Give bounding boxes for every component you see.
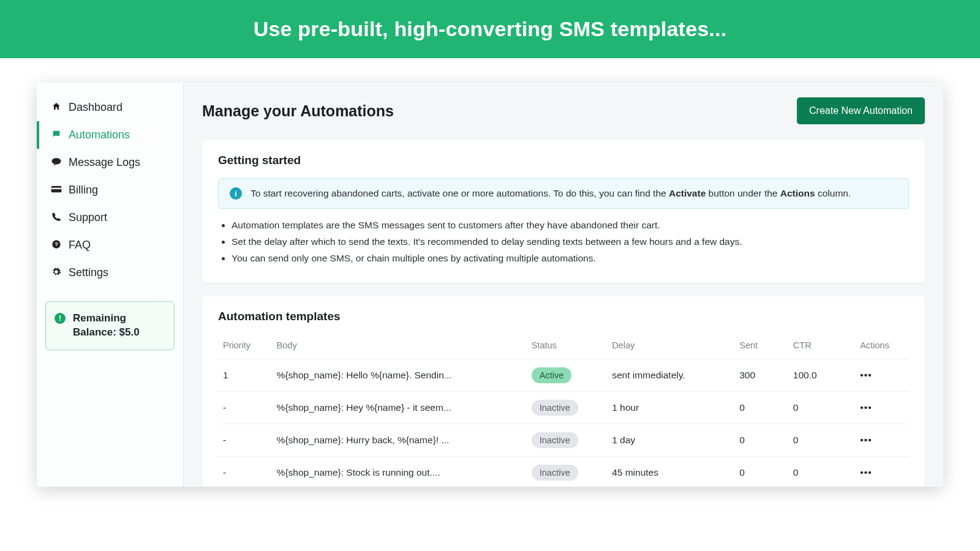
col-sent: Sent <box>734 334 788 359</box>
cell-status: Inactive <box>527 457 607 487</box>
cell-priority: - <box>218 424 272 457</box>
sidebar-item-label: Message Logs <box>69 156 140 169</box>
alert-text-part: button under the <box>706 188 780 198</box>
getting-started-title: Getting started <box>218 154 909 167</box>
question-icon: ? <box>50 239 62 252</box>
cell-delay: 45 minutes <box>607 457 734 487</box>
sidebar-item-label: Settings <box>69 266 108 279</box>
home-icon <box>50 102 62 114</box>
status-badge: Inactive <box>532 432 578 448</box>
cell-actions: ••• <box>855 424 909 457</box>
sidebar-item-label: Billing <box>69 184 98 197</box>
row-actions-button[interactable]: ••• <box>860 402 872 413</box>
alert-bold: Actions <box>780 188 815 198</box>
alert-icon: ! <box>55 313 66 324</box>
cell-ctr: 0 <box>788 457 856 487</box>
cell-actions: ••• <box>855 392 909 424</box>
sidebar-item-automations[interactable]: Automations <box>37 121 175 149</box>
col-delay: Delay <box>607 334 734 359</box>
create-automation-button[interactable]: Create New Automation <box>797 97 925 124</box>
cell-sent: 300 <box>734 359 788 392</box>
sidebar-item-label: FAQ <box>69 239 91 252</box>
phone-icon <box>50 212 62 224</box>
cell-actions: ••• <box>855 457 909 487</box>
status-badge: Active <box>532 367 572 383</box>
cell-status: Inactive <box>527 424 607 457</box>
getting-started-card: Getting started i To start recovering ab… <box>202 140 925 283</box>
cell-priority: - <box>218 457 272 487</box>
gear-icon <box>50 267 62 279</box>
table-row: -%{shop_name}: Hey %{name} - it seem...I… <box>218 392 909 424</box>
sms-icon <box>50 157 62 168</box>
templates-title: Automation templates <box>218 310 909 323</box>
svg-text:?: ? <box>55 241 58 247</box>
cell-delay: sent immediately. <box>607 359 734 392</box>
sidebar-item-faq[interactable]: ? FAQ <box>37 231 175 259</box>
sidebar-item-label: Support <box>69 211 107 224</box>
table-row: -%{shop_name}: Hurry back, %{name}! ...I… <box>218 424 909 457</box>
cell-sent: 0 <box>734 392 788 424</box>
tip-item: You can send only one SMS, or chain mult… <box>232 253 909 264</box>
svg-point-0 <box>52 158 61 165</box>
sidebar-item-billing[interactable]: Billing <box>37 176 175 204</box>
cell-status: Active <box>527 359 607 392</box>
cell-status: Inactive <box>527 392 607 424</box>
col-priority: Priority <box>218 334 272 359</box>
cell-actions: ••• <box>855 359 909 392</box>
status-badge: Inactive <box>532 400 578 416</box>
templates-table: Priority Body Status Delay Sent CTR Acti… <box>218 334 909 487</box>
cell-priority: 1 <box>218 359 272 392</box>
tip-item: Set the delay after which to send the te… <box>232 236 909 247</box>
row-actions-button[interactable]: ••• <box>860 467 872 478</box>
svg-rect-2 <box>51 187 62 189</box>
alert-text: To start recovering abandoned carts, act… <box>251 188 851 199</box>
sidebar-item-label: Automations <box>69 129 130 141</box>
cell-delay: 1 hour <box>607 392 734 424</box>
col-body: Body <box>272 334 527 359</box>
cell-ctr: 0 <box>788 392 856 424</box>
cell-ctr: 100.0 <box>788 359 856 392</box>
sidebar-item-settings[interactable]: Settings <box>37 259 175 287</box>
app-window: Dashboard Automations Message Logs Billi… <box>37 83 943 487</box>
col-status: Status <box>527 334 607 359</box>
sidebar-item-message-logs[interactable]: Message Logs <box>37 149 175 176</box>
chat-icon <box>50 129 62 141</box>
col-ctr: CTR <box>788 334 856 359</box>
table-row: -%{shop_name}: Stock is running out....I… <box>218 457 909 487</box>
info-icon: i <box>230 187 242 200</box>
row-actions-button[interactable]: ••• <box>860 435 872 445</box>
info-alert: i To start recovering abandoned carts, a… <box>218 178 909 209</box>
templates-card: Automation templates Priority Body Statu… <box>202 296 925 487</box>
cell-body: %{shop_name}: Stock is running out.... <box>272 457 527 487</box>
balance-card: ! Remaining Balance: $5.0 <box>45 301 175 350</box>
status-badge: Inactive <box>532 465 578 481</box>
sidebar-item-support[interactable]: Support <box>37 204 175 231</box>
table-row: 1%{shop_name}: Hello %{name}. Sendin...A… <box>218 359 909 392</box>
alert-text-part: To start recovering abandoned carts, act… <box>251 188 669 198</box>
cell-sent: 0 <box>734 457 788 487</box>
tip-item: Automation templates are the SMS message… <box>232 220 909 231</box>
alert-text-part: column. <box>815 188 851 198</box>
cell-body: %{shop_name}: Hey %{name} - it seem... <box>272 392 527 424</box>
balance-label: Remaining Balance: $5.0 <box>73 312 165 340</box>
cell-body: %{shop_name}: Hello %{name}. Sendin... <box>272 359 527 392</box>
promo-banner: Use pre-built, high-converting SMS templ… <box>0 0 980 58</box>
sidebar: Dashboard Automations Message Logs Billi… <box>37 83 184 487</box>
sidebar-item-label: Dashboard <box>69 101 123 114</box>
alert-bold: Activate <box>669 188 706 198</box>
col-actions: Actions <box>855 334 909 359</box>
page-title: Manage your Automations <box>202 102 394 120</box>
cell-priority: - <box>218 392 272 424</box>
card-icon <box>50 185 62 196</box>
cell-body: %{shop_name}: Hurry back, %{name}! ... <box>272 424 527 457</box>
cell-sent: 0 <box>734 424 788 457</box>
tips-list: Automation templates are the SMS message… <box>218 220 909 264</box>
cell-delay: 1 day <box>607 424 734 457</box>
main-content: Manage your Automations Create New Autom… <box>184 83 943 487</box>
row-actions-button[interactable]: ••• <box>860 370 872 380</box>
sidebar-item-dashboard[interactable]: Dashboard <box>37 94 175 121</box>
cell-ctr: 0 <box>788 424 856 457</box>
